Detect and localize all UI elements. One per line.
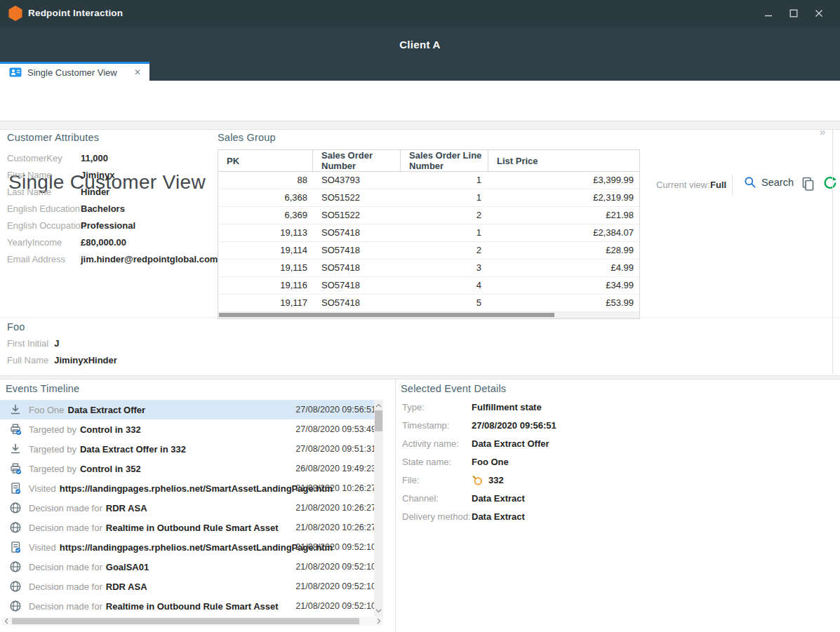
cell-price: £2,384.07 [488, 224, 639, 241]
main-toolbar: Client A ? [0, 27, 840, 62]
event-prefix: Decision made for [29, 601, 102, 612]
client-name: Client A [0, 27, 840, 62]
table-row[interactable]: 19,113SO574181£2,384.07 [218, 224, 639, 242]
sales-group-table: PK Sales Order Number Sales Order Line N… [218, 149, 640, 319]
event-timestamp: 21/08/2020 10:26:27 [295, 478, 376, 498]
file-search-icon[interactable] [472, 475, 483, 486]
event-prefix: Decision made for [29, 523, 102, 533]
attribute-row: Email Addressjim.hinder@redpointglobal.c… [7, 251, 214, 268]
detail-row: Type:Fulfillment state [402, 398, 795, 417]
event-timestamp: 27/08/2020 09:56:51 [295, 400, 376, 419]
event-row[interactable]: Targeted byControl in 332 27/08/2020 09:… [0, 419, 383, 439]
cell-pk: 19,114 [218, 242, 313, 259]
detail-row: State name:Foo One [402, 453, 795, 471]
event-row[interactable]: Targeted byControl in 352 26/08/2020 19:… [0, 459, 383, 478]
event-text: Data Extract Offer in 332 [80, 444, 186, 455]
contact-card-icon [9, 67, 22, 77]
cell-order: SO57418 [313, 295, 401, 311]
cell-order: SO43793 [313, 172, 401, 189]
attribute-value: Hinder [81, 184, 109, 201]
scroll-down-arrow[interactable] [374, 606, 383, 616]
tab-strip: Single Customer View ✕ » [0, 62, 840, 81]
table-row[interactable]: 6,369SO515222£21.98 [218, 207, 639, 224]
section-divider-band [0, 375, 840, 379]
event-row[interactable]: Decision made forRDR ASA 21/08/2020 10:2… [0, 498, 383, 518]
cell-order: SO57418 [313, 224, 401, 241]
refresh-icon [823, 176, 837, 190]
table-row[interactable]: 19,117SO574185£53.99 [218, 295, 639, 312]
search-button[interactable]: Search [744, 176, 794, 189]
column-header-sales-order-line-number[interactable]: Sales Order Line Number [401, 150, 488, 171]
tab-single-customer-view[interactable]: Single Customer View ✕ [0, 62, 149, 81]
cell-line: 1 [401, 189, 488, 206]
refresh-button[interactable] [823, 176, 837, 190]
tab-close-icon[interactable]: ✕ [134, 67, 141, 77]
event-timestamp: 21/08/2020 09:52:10 [295, 557, 376, 577]
detail-label: Timestamp: [402, 417, 449, 435]
event-timestamp: 21/08/2020 09:52:10 [295, 537, 376, 557]
event-prefix: Visited [29, 542, 56, 553]
cell-price: £28.99 [488, 242, 639, 259]
cell-pk: 6,369 [218, 207, 313, 224]
events-vertical-scrollbar[interactable] [374, 400, 383, 617]
maximize-button[interactable] [783, 4, 804, 22]
page-check-icon [9, 541, 22, 553]
event-row[interactable]: Decision made forRealtime in Outbound Ru… [0, 596, 383, 616]
table-row[interactable]: 6,368SO515221£2,319.99 [218, 189, 639, 207]
scrollbar-thumb[interactable] [12, 618, 359, 624]
scroll-left-arrow[interactable] [1, 617, 11, 626]
app-logo-icon [8, 6, 22, 21]
table-row[interactable]: 88SO437931£3,399.99 [218, 172, 639, 189]
event-timestamp: 21/08/2020 10:26:27 [295, 518, 376, 537]
event-row[interactable]: Targeted byData Extract Offer in 332 27/… [0, 439, 383, 459]
attribute-label: CustomerKey [7, 150, 62, 167]
scroll-up-arrow[interactable] [374, 401, 383, 410]
printer-check-icon [9, 423, 22, 436]
cell-line: 1 [401, 172, 488, 189]
event-text: Control in 352 [80, 464, 141, 474]
table-row[interactable]: 19,114SO574182£28.99 [218, 242, 639, 260]
globe-icon [9, 600, 22, 612]
detail-row: Activity name:Data Extract Offer [402, 435, 795, 453]
event-text: Realtime in Outbound Rule Smart Asset [106, 523, 279, 533]
foo-row: First InitialJ [7, 335, 288, 352]
event-row[interactable]: Foo OneData Extract Offer 27/08/2020 09:… [0, 400, 383, 419]
cell-order: SO57418 [313, 242, 401, 259]
cell-line: 4 [401, 277, 488, 294]
cell-line: 5 [401, 295, 488, 311]
cell-order: SO51522 [313, 189, 401, 206]
event-row[interactable]: Decision made forRDR ASA 21/08/2020 09:5… [0, 577, 383, 596]
event-timestamp: 26/08/2020 19:49:23 [295, 459, 376, 478]
attribute-label: First Name [7, 167, 52, 184]
column-header-sales-order-number[interactable]: Sales Order Number [313, 150, 401, 171]
event-timestamp: 21/08/2020 09:52:10 [295, 596, 376, 616]
cell-pk: 19,113 [218, 224, 313, 241]
event-row[interactable]: Visitedhttps://landingpages.rphelios.net… [0, 478, 383, 498]
tab-label: Single Customer View [27, 67, 117, 78]
event-prefix: Targeted by [29, 424, 76, 435]
event-row[interactable]: Decision made forRealtime in Outbound Ru… [0, 518, 383, 537]
scroll-right-arrow[interactable] [374, 617, 383, 626]
cell-order: SO57418 [313, 260, 401, 276]
attribute-label: YearlyIncome [7, 234, 62, 251]
scrollbar-thumb[interactable] [375, 410, 382, 431]
event-timestamp: 21/08/2020 10:26:27 [295, 498, 376, 518]
cell-price: £3,399.99 [488, 172, 639, 189]
events-horizontal-scrollbar[interactable] [1, 617, 383, 626]
cell-price: £34.99 [488, 277, 639, 294]
table-row[interactable]: 19,115SO574183£4.99 [218, 260, 639, 277]
foo-label: Full Name [7, 355, 48, 365]
minimize-button[interactable] [758, 4, 779, 22]
event-text: Control in 332 [80, 424, 141, 435]
column-header-list-price[interactable]: List Price [488, 150, 639, 171]
search-label: Search [761, 177, 794, 188]
detail-value: Foo One [472, 453, 509, 471]
event-row[interactable]: Visitedhttps://landingpages.rphelios.net… [0, 537, 383, 557]
copy-button[interactable] [801, 177, 815, 191]
event-row[interactable]: Decision made forGoalSA01 21/08/2020 09:… [0, 557, 383, 577]
table-row[interactable]: 19,116SO574184£34.99 [218, 277, 639, 295]
attribute-label: English Education [7, 201, 80, 217]
close-button[interactable] [808, 4, 829, 22]
column-header-pk[interactable]: PK [218, 150, 313, 171]
events-timeline-title: Events Timeline [6, 383, 79, 394]
